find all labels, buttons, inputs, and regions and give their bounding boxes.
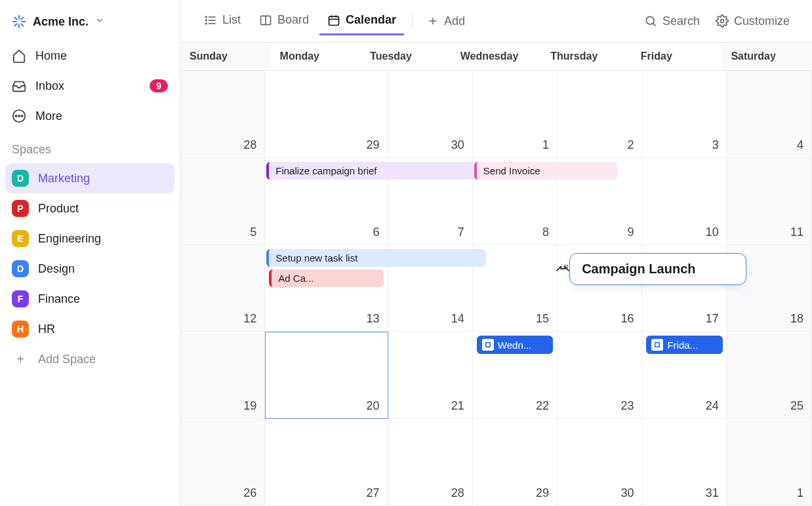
add-space-button[interactable]: + Add Space bbox=[5, 344, 174, 374]
day-cell[interactable]: 6Finalize campaign brief bbox=[265, 158, 388, 245]
event-ad-campaign[interactable]: Ad Ca... bbox=[269, 269, 383, 287]
day-cell[interactable]: 22Wedn... bbox=[473, 332, 558, 419]
plus-icon: + bbox=[12, 351, 29, 368]
inbox-badge: 9 bbox=[150, 79, 168, 92]
day-cell[interactable]: 27 bbox=[265, 419, 388, 506]
day-header: Wednesday bbox=[451, 43, 542, 70]
day-cell[interactable]: 3 bbox=[642, 71, 727, 158]
workspace-switcher[interactable]: Acme Inc. bbox=[5, 10, 174, 33]
view-tab-calendar[interactable]: Calendar bbox=[319, 7, 404, 35]
space-item-design[interactable]: DDesign bbox=[5, 254, 174, 284]
svg-point-30 bbox=[567, 265, 568, 266]
workspace-logo-icon bbox=[12, 14, 26, 29]
day-cell[interactable]: 4 bbox=[727, 71, 812, 158]
view-tab-calendar-label: Calendar bbox=[346, 13, 396, 27]
day-header: Sunday bbox=[180, 43, 271, 70]
day-cell[interactable]: 21 bbox=[388, 332, 473, 419]
plus-icon bbox=[427, 15, 439, 27]
day-number: 9 bbox=[627, 225, 634, 239]
day-cell[interactable]: 12 bbox=[180, 245, 265, 332]
day-cell[interactable]: 1 bbox=[727, 419, 812, 506]
day-number: 11 bbox=[790, 225, 803, 239]
space-item-engineering[interactable]: EEngineering bbox=[5, 224, 174, 254]
day-cell[interactable]: 24Frida... bbox=[642, 332, 727, 419]
day-cell[interactable]: 19 bbox=[180, 332, 265, 419]
add-view-label: Add bbox=[444, 14, 465, 28]
space-label: Product bbox=[38, 202, 79, 216]
day-number: 29 bbox=[367, 138, 380, 152]
svg-line-6 bbox=[14, 24, 16, 26]
day-cell[interactable]: 28 bbox=[388, 419, 473, 506]
svg-rect-20 bbox=[329, 16, 339, 25]
topbar: List Board Calendar Add Search Customize bbox=[180, 0, 812, 43]
day-cell[interactable]: 29 bbox=[473, 419, 558, 506]
day-number: 3 bbox=[712, 138, 719, 152]
view-tab-board[interactable]: Board bbox=[251, 7, 317, 35]
day-cell[interactable]: 28 bbox=[180, 71, 265, 158]
add-view-button[interactable]: Add bbox=[420, 9, 472, 33]
day-number: 22 bbox=[536, 399, 549, 413]
day-cell[interactable]: 11 bbox=[727, 158, 812, 245]
day-number: 24 bbox=[706, 399, 719, 413]
day-cell[interactable]: 8Send Invoice bbox=[473, 158, 558, 245]
day-number: 27 bbox=[367, 486, 380, 500]
view-tab-board-label: Board bbox=[277, 13, 309, 27]
day-cell[interactable]: 29 bbox=[265, 71, 388, 158]
day-number: 28 bbox=[451, 486, 464, 500]
day-cell[interactable]: 5 bbox=[180, 158, 265, 245]
day-header: Friday bbox=[632, 43, 722, 70]
day-cell[interactable]: 2 bbox=[558, 71, 642, 158]
svg-point-29 bbox=[565, 265, 567, 266]
search-button[interactable]: Search bbox=[638, 9, 706, 33]
day-header: Tuesday bbox=[361, 43, 451, 70]
nav-inbox[interactable]: Inbox 9 bbox=[5, 71, 174, 101]
google-calendar-icon bbox=[482, 339, 494, 351]
day-header: Thursday bbox=[541, 43, 632, 70]
space-item-product[interactable]: PProduct bbox=[5, 193, 174, 224]
day-number: 16 bbox=[620, 312, 634, 326]
day-cell[interactable]: 10 bbox=[642, 158, 727, 245]
nav-more-label: More bbox=[35, 109, 62, 123]
sidebar: Acme Inc. Home Inbox 9 More Spaces DMark… bbox=[0, 0, 180, 506]
customize-button[interactable]: Customize bbox=[709, 9, 796, 33]
day-number: 18 bbox=[790, 312, 803, 326]
workspace-name: Acme Inc. bbox=[33, 15, 89, 29]
day-number: 15 bbox=[536, 312, 549, 326]
event-wednesday-gcal[interactable]: Wedn... bbox=[477, 336, 553, 354]
space-item-marketing[interactable]: DMarketing bbox=[5, 163, 174, 193]
svg-point-33 bbox=[565, 268, 567, 269]
day-cell[interactable]: 25 bbox=[727, 332, 812, 419]
day-cell[interactable]: 1 bbox=[473, 71, 558, 158]
nav-home[interactable]: Home bbox=[5, 41, 174, 71]
day-cell[interactable]: 16 Campaign Launch bbox=[558, 245, 642, 332]
svg-rect-38 bbox=[656, 343, 659, 347]
day-number: 25 bbox=[790, 399, 803, 413]
day-cell[interactable]: 26 bbox=[180, 419, 265, 506]
day-cell[interactable]: 31 bbox=[642, 419, 727, 506]
space-item-hr[interactable]: HHR bbox=[5, 314, 174, 344]
nav-home-label: Home bbox=[35, 49, 67, 63]
day-cell[interactable]: 30 bbox=[558, 419, 642, 506]
event-friday-gcal[interactable]: Frida... bbox=[646, 336, 722, 354]
svg-line-4 bbox=[14, 17, 16, 19]
svg-point-28 bbox=[720, 20, 723, 23]
event-setup-task-list[interactable]: Setup new task list bbox=[266, 249, 486, 267]
day-cell[interactable]: 23 bbox=[558, 332, 642, 419]
event-send-invoice[interactable]: Send Invoice bbox=[474, 162, 618, 180]
day-header: Monday bbox=[271, 43, 361, 70]
board-icon bbox=[259, 14, 272, 27]
nav-more[interactable]: More bbox=[5, 101, 174, 131]
day-number: 23 bbox=[620, 399, 634, 413]
space-item-finance[interactable]: FFinance bbox=[5, 284, 174, 314]
svg-point-34 bbox=[567, 268, 568, 269]
space-icon: E bbox=[12, 230, 29, 247]
svg-point-15 bbox=[206, 16, 207, 18]
day-number: 4 bbox=[797, 138, 803, 152]
view-tab-list-label: List bbox=[222, 13, 241, 27]
day-cell[interactable]: 13Setup new task listAd Ca... bbox=[265, 245, 388, 332]
drag-preview-card[interactable]: Campaign Launch bbox=[569, 253, 746, 285]
day-cell[interactable]: 20 bbox=[265, 332, 388, 419]
chevron-down-icon bbox=[95, 16, 104, 28]
day-cell[interactable]: 30 bbox=[388, 71, 473, 158]
view-tab-list[interactable]: List bbox=[196, 7, 249, 35]
